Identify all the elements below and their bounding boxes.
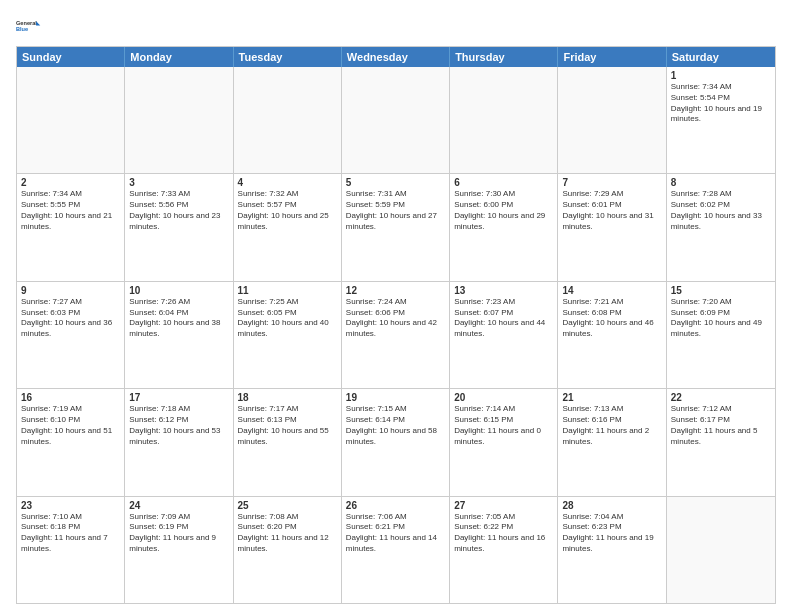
day-number: 22 [671,392,771,403]
calendar-cell: 18Sunrise: 7:17 AM Sunset: 6:13 PM Dayli… [234,389,342,495]
calendar-cell: 14Sunrise: 7:21 AM Sunset: 6:08 PM Dayli… [558,282,666,388]
calendar-cell: 9Sunrise: 7:27 AM Sunset: 6:03 PM Daylig… [17,282,125,388]
calendar-cell: 8Sunrise: 7:28 AM Sunset: 6:02 PM Daylig… [667,174,775,280]
calendar-cell: 19Sunrise: 7:15 AM Sunset: 6:14 PM Dayli… [342,389,450,495]
header-day-sunday: Sunday [17,47,125,67]
cell-info: Sunrise: 7:32 AM Sunset: 5:57 PM Dayligh… [238,189,337,232]
header-day-wednesday: Wednesday [342,47,450,67]
calendar-cell [667,497,775,603]
day-number: 3 [129,177,228,188]
calendar-cell [17,67,125,173]
calendar-cell: 17Sunrise: 7:18 AM Sunset: 6:12 PM Dayli… [125,389,233,495]
day-number: 14 [562,285,661,296]
cell-info: Sunrise: 7:23 AM Sunset: 6:07 PM Dayligh… [454,297,553,340]
day-number: 18 [238,392,337,403]
svg-marker-2 [36,21,40,25]
calendar-cell: 26Sunrise: 7:06 AM Sunset: 6:21 PM Dayli… [342,497,450,603]
calendar-row-3: 9Sunrise: 7:27 AM Sunset: 6:03 PM Daylig… [17,282,775,389]
day-number: 25 [238,500,337,511]
svg-text:Blue: Blue [16,26,28,32]
cell-info: Sunrise: 7:24 AM Sunset: 6:06 PM Dayligh… [346,297,445,340]
calendar-cell [234,67,342,173]
day-number: 5 [346,177,445,188]
calendar-cell [125,67,233,173]
calendar-cell: 16Sunrise: 7:19 AM Sunset: 6:10 PM Dayli… [17,389,125,495]
cell-info: Sunrise: 7:30 AM Sunset: 6:00 PM Dayligh… [454,189,553,232]
page: GeneralBlue SundayMondayTuesdayWednesday… [0,0,792,612]
calendar-cell: 4Sunrise: 7:32 AM Sunset: 5:57 PM Daylig… [234,174,342,280]
cell-info: Sunrise: 7:04 AM Sunset: 6:23 PM Dayligh… [562,512,661,555]
header-day-tuesday: Tuesday [234,47,342,67]
logo: GeneralBlue [16,12,44,40]
header-day-friday: Friday [558,47,666,67]
cell-info: Sunrise: 7:26 AM Sunset: 6:04 PM Dayligh… [129,297,228,340]
calendar: SundayMondayTuesdayWednesdayThursdayFrid… [16,46,776,604]
calendar-cell: 10Sunrise: 7:26 AM Sunset: 6:04 PM Dayli… [125,282,233,388]
day-number: 8 [671,177,771,188]
logo-icon: GeneralBlue [16,12,44,40]
day-number: 10 [129,285,228,296]
calendar-cell: 13Sunrise: 7:23 AM Sunset: 6:07 PM Dayli… [450,282,558,388]
calendar-cell: 25Sunrise: 7:08 AM Sunset: 6:20 PM Dayli… [234,497,342,603]
header-day-saturday: Saturday [667,47,775,67]
day-number: 9 [21,285,120,296]
day-number: 13 [454,285,553,296]
calendar-header: SundayMondayTuesdayWednesdayThursdayFrid… [17,47,775,67]
calendar-row-5: 23Sunrise: 7:10 AM Sunset: 6:18 PM Dayli… [17,497,775,603]
cell-info: Sunrise: 7:13 AM Sunset: 6:16 PM Dayligh… [562,404,661,447]
calendar-cell: 7Sunrise: 7:29 AM Sunset: 6:01 PM Daylig… [558,174,666,280]
calendar-row-4: 16Sunrise: 7:19 AM Sunset: 6:10 PM Dayli… [17,389,775,496]
calendar-cell: 11Sunrise: 7:25 AM Sunset: 6:05 PM Dayli… [234,282,342,388]
cell-info: Sunrise: 7:15 AM Sunset: 6:14 PM Dayligh… [346,404,445,447]
day-number: 12 [346,285,445,296]
day-number: 28 [562,500,661,511]
day-number: 23 [21,500,120,511]
cell-info: Sunrise: 7:33 AM Sunset: 5:56 PM Dayligh… [129,189,228,232]
calendar-cell: 20Sunrise: 7:14 AM Sunset: 6:15 PM Dayli… [450,389,558,495]
day-number: 6 [454,177,553,188]
day-number: 21 [562,392,661,403]
cell-info: Sunrise: 7:09 AM Sunset: 6:19 PM Dayligh… [129,512,228,555]
header-day-thursday: Thursday [450,47,558,67]
cell-info: Sunrise: 7:14 AM Sunset: 6:15 PM Dayligh… [454,404,553,447]
day-number: 24 [129,500,228,511]
header: GeneralBlue [16,12,776,40]
calendar-cell: 3Sunrise: 7:33 AM Sunset: 5:56 PM Daylig… [125,174,233,280]
calendar-cell [558,67,666,173]
day-number: 20 [454,392,553,403]
calendar-cell: 2Sunrise: 7:34 AM Sunset: 5:55 PM Daylig… [17,174,125,280]
calendar-cell [450,67,558,173]
calendar-row-1: 1Sunrise: 7:34 AM Sunset: 5:54 PM Daylig… [17,67,775,174]
day-number: 1 [671,70,771,81]
calendar-cell: 28Sunrise: 7:04 AM Sunset: 6:23 PM Dayli… [558,497,666,603]
cell-info: Sunrise: 7:17 AM Sunset: 6:13 PM Dayligh… [238,404,337,447]
calendar-cell: 22Sunrise: 7:12 AM Sunset: 6:17 PM Dayli… [667,389,775,495]
day-number: 15 [671,285,771,296]
cell-info: Sunrise: 7:20 AM Sunset: 6:09 PM Dayligh… [671,297,771,340]
cell-info: Sunrise: 7:06 AM Sunset: 6:21 PM Dayligh… [346,512,445,555]
calendar-cell: 5Sunrise: 7:31 AM Sunset: 5:59 PM Daylig… [342,174,450,280]
calendar-cell [342,67,450,173]
calendar-cell: 6Sunrise: 7:30 AM Sunset: 6:00 PM Daylig… [450,174,558,280]
day-number: 26 [346,500,445,511]
cell-info: Sunrise: 7:28 AM Sunset: 6:02 PM Dayligh… [671,189,771,232]
day-number: 16 [21,392,120,403]
cell-info: Sunrise: 7:05 AM Sunset: 6:22 PM Dayligh… [454,512,553,555]
day-number: 4 [238,177,337,188]
day-number: 2 [21,177,120,188]
day-number: 19 [346,392,445,403]
calendar-cell: 15Sunrise: 7:20 AM Sunset: 6:09 PM Dayli… [667,282,775,388]
cell-info: Sunrise: 7:27 AM Sunset: 6:03 PM Dayligh… [21,297,120,340]
cell-info: Sunrise: 7:21 AM Sunset: 6:08 PM Dayligh… [562,297,661,340]
calendar-cell: 27Sunrise: 7:05 AM Sunset: 6:22 PM Dayli… [450,497,558,603]
calendar-cell: 21Sunrise: 7:13 AM Sunset: 6:16 PM Dayli… [558,389,666,495]
cell-info: Sunrise: 7:12 AM Sunset: 6:17 PM Dayligh… [671,404,771,447]
calendar-cell: 24Sunrise: 7:09 AM Sunset: 6:19 PM Dayli… [125,497,233,603]
cell-info: Sunrise: 7:18 AM Sunset: 6:12 PM Dayligh… [129,404,228,447]
cell-info: Sunrise: 7:19 AM Sunset: 6:10 PM Dayligh… [21,404,120,447]
calendar-body: 1Sunrise: 7:34 AM Sunset: 5:54 PM Daylig… [17,67,775,603]
cell-info: Sunrise: 7:10 AM Sunset: 6:18 PM Dayligh… [21,512,120,555]
day-number: 7 [562,177,661,188]
header-day-monday: Monday [125,47,233,67]
calendar-cell: 1Sunrise: 7:34 AM Sunset: 5:54 PM Daylig… [667,67,775,173]
